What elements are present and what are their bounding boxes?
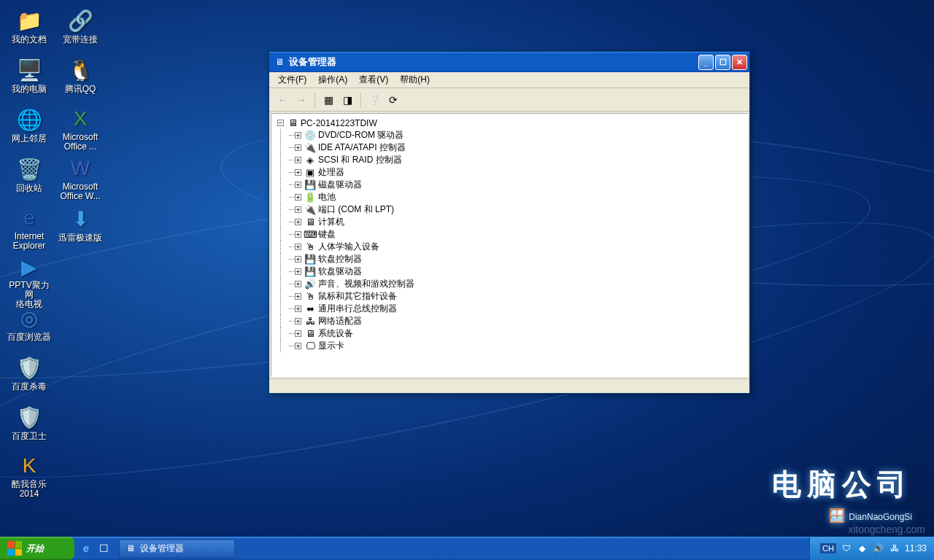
toggle-icon[interactable]: [295, 256, 301, 262]
tree-node[interactable]: ▣处理器: [273, 166, 746, 179]
toggle-icon[interactable]: [295, 281, 301, 287]
tree-node[interactable]: ◈SCSI 和 RAID 控制器: [273, 154, 746, 166]
tree-root[interactable]: 🖥PC-20141223TDIW: [273, 117, 746, 129]
clock[interactable]: 11:33: [905, 543, 927, 553]
computer-icon: 🖥: [287, 117, 298, 129]
desktop-icon-tencent-qq[interactable]: 🐧腾讯QQ: [57, 55, 104, 102]
desktop-icon-pptv[interactable]: ▶PPTV聚力 网络电视: [6, 254, 53, 300]
my-documents-icon: 📁: [16, 7, 42, 34]
device-category-icon: ◈: [304, 155, 316, 166]
start-button[interactable]: 开始: [0, 537, 74, 560]
toggle-icon[interactable]: [295, 318, 301, 324]
watermark-site: xitongcheng.com: [848, 524, 925, 535]
close-button[interactable]: ✕: [732, 55, 747, 70]
device-category-icon: 🖧: [304, 316, 316, 327]
tree-node[interactable]: 🔊声音、视频和游戏控制器: [273, 278, 746, 290]
tree-node[interactable]: 🔌IDE ATA/ATAPI 控制器: [273, 141, 746, 154]
menu-item-0[interactable]: 文件(F): [272, 72, 312, 88]
device-category-icon: 🔋: [304, 192, 316, 203]
tray-shield-icon[interactable]: 🛡: [841, 542, 852, 554]
icon-label: MicrosoftOffice ...: [63, 133, 99, 152]
tray-app-icon[interactable]: ◆: [857, 542, 868, 554]
language-indicator[interactable]: CH: [820, 543, 836, 553]
toggle-icon[interactable]: [295, 194, 301, 201]
tree-node[interactable]: 🖥计算机: [273, 216, 746, 228]
tree-node[interactable]: 🖱鼠标和其它指针设备: [273, 290, 746, 303]
tree-node[interactable]: 🖱人体学输入设备: [273, 241, 746, 253]
toggle-icon[interactable]: [295, 330, 301, 337]
menu-item-2[interactable]: 查看(V): [353, 72, 394, 88]
toggle-icon[interactable]: [295, 231, 301, 238]
tree-node-label: 系统设备: [318, 327, 353, 340]
toggle-icon[interactable]: [295, 219, 301, 225]
window-title: 设备管理器: [289, 55, 698, 69]
desktop-icon-broadband[interactable]: 🔗宽带连接: [57, 6, 104, 52]
toggle-icon[interactable]: [295, 132, 301, 139]
quick-desktop-icon[interactable]: ☐: [96, 541, 111, 556]
toggle-icon[interactable]: [295, 306, 301, 312]
toggle-icon[interactable]: [295, 244, 301, 250]
tree-node-label: 声音、视频和游戏控制器: [318, 278, 414, 290]
device-category-icon: 🔌: [304, 142, 316, 154]
toggle-icon[interactable]: [295, 169, 301, 176]
desktop-icon-ms-office-w[interactable]: WMicrosoftOffice W...: [57, 155, 104, 201]
toggle-icon[interactable]: [295, 268, 301, 275]
toggle-icon[interactable]: [295, 206, 301, 213]
taskbar: 开始 e ☐ 🖥 设备管理器 CH 🛡 ◆ 🔊 🖧 11:33: [0, 537, 934, 560]
desktop-icon-my-documents[interactable]: 📁我的文档: [6, 6, 53, 52]
desktop-icon-baidu-browser[interactable]: ◎百度浏览器: [6, 303, 53, 350]
tray-network-icon[interactable]: 🖧: [889, 542, 900, 554]
desktop-icon-baidu-antivirus[interactable]: 🛡️百度杀毒: [6, 353, 53, 400]
taskbar-item-device-manager[interactable]: 🖥 设备管理器: [118, 539, 235, 558]
tree-node[interactable]: 🖧网络适配器: [273, 315, 746, 327]
tree-node-label: SCSI 和 RAID 控制器: [318, 154, 402, 166]
tree-node-label: 软盘控制器: [318, 253, 362, 265]
system-tray: CH 🛡 ◆ 🔊 🖧 11:33: [809, 537, 934, 560]
device-category-icon: 💾: [304, 254, 316, 265]
tray-volume-icon[interactable]: 🔊: [873, 542, 884, 554]
toolbar-refresh-button[interactable]: ⟳: [385, 91, 402, 109]
tree-node[interactable]: 💿DVD/CD-ROM 驱动器: [273, 129, 746, 141]
tree-node[interactable]: 💾软盘驱动器: [273, 265, 746, 278]
quick-ie-icon[interactable]: e: [79, 541, 93, 556]
icon-label: 我的文档: [12, 35, 47, 44]
tree-node[interactable]: 🔋电池: [273, 191, 746, 203]
toggle-icon[interactable]: [295, 157, 301, 163]
tree-node-label: IDE ATA/ATAPI 控制器: [318, 141, 406, 154]
minimize-button[interactable]: _: [698, 55, 714, 70]
toolbar-prop-button[interactable]: ◨: [339, 91, 356, 109]
toggle-icon[interactable]: [295, 144, 301, 151]
menu-item-3[interactable]: 帮助(H): [394, 72, 436, 88]
toggle-icon[interactable]: [295, 343, 301, 349]
start-label: 开始: [26, 542, 44, 555]
recycle-bin-icon: 🗑️: [16, 156, 42, 182]
toolbar: ← → ▦ ◨ ❔ ⟳: [269, 88, 749, 112]
desktop-icon-xunlei[interactable]: ⬇迅雷极速版: [57, 204, 104, 251]
titlebar[interactable]: 🖥 设备管理器 _ ☐ ✕: [269, 52, 749, 72]
desktop-icon-baidu-guard[interactable]: 🛡️百度卫士: [6, 402, 53, 449]
desktop-icon-network-places[interactable]: 🌐网上邻居: [6, 105, 53, 152]
nav-forward-button[interactable]: →: [293, 91, 310, 109]
tree-node[interactable]: ⬌通用串行总线控制器: [273, 303, 746, 315]
toolbar-view-button[interactable]: ▦: [320, 91, 337, 109]
desktop-icon-ms-office[interactable]: XMicrosoftOffice ...: [57, 105, 104, 152]
toggle-icon[interactable]: [295, 182, 301, 188]
tree-node[interactable]: 💾磁盘驱动器: [273, 179, 746, 191]
internet-explorer-icon: e: [16, 206, 42, 230]
nav-back-button[interactable]: ←: [274, 91, 291, 109]
tree-node[interactable]: 🖥系统设备: [273, 327, 746, 340]
toolbar-help-button[interactable]: ❔: [366, 91, 383, 109]
desktop-icon-recycle-bin[interactable]: 🗑️回收站: [6, 155, 53, 201]
maximize-button[interactable]: ☐: [715, 55, 730, 70]
kuwo-music-icon: K: [16, 454, 42, 478]
toggle-icon[interactable]: [277, 120, 284, 126]
tree-node[interactable]: 🔌端口 (COM 和 LPT): [273, 203, 746, 216]
desktop-icon-kuwo-music[interactable]: K酷我音乐2014: [6, 452, 53, 499]
tree-node[interactable]: 🖵显示卡: [273, 340, 746, 352]
menu-item-1[interactable]: 操作(A): [312, 72, 353, 88]
desktop-icon-my-computer[interactable]: 🖥️我的电脑: [6, 55, 53, 102]
tree-node[interactable]: ⌨键盘: [273, 228, 746, 241]
toggle-icon[interactable]: [295, 293, 301, 300]
desktop-icon-internet-explorer[interactable]: eInternetExplorer: [6, 204, 53, 251]
tree-node[interactable]: 💾软盘控制器: [273, 253, 746, 265]
